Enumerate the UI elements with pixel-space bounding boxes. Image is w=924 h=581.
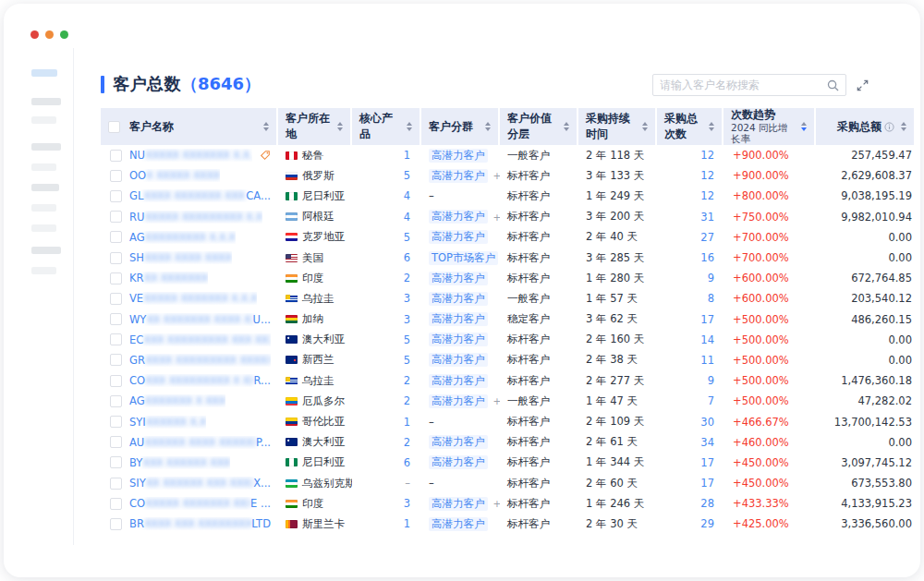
customer-name-link[interactable]: SHXXXX XXXX XXXX: [129, 251, 232, 264]
row-checkbox[interactable]: [110, 375, 122, 387]
column-header-core[interactable]: 核心产品: [352, 108, 421, 145]
customer-name-link[interactable]: ECXXX XXXXXXXXX XXX XXXXXXX: [129, 333, 271, 346]
customer-name-link[interactable]: BRXXXX XXX XXXXXXXX XXLTD: [129, 517, 271, 530]
sidebar-divider: [73, 48, 74, 545]
row-checkbox[interactable]: [110, 211, 122, 223]
customer-name-link[interactable]: KRXX XXXXXXX: [129, 272, 208, 284]
row-checkbox[interactable]: [110, 313, 122, 325]
search-input[interactable]: [660, 79, 827, 91]
sort-caret-icon[interactable]: [642, 122, 648, 131]
segment-link[interactable]: 高潜力客户: [429, 435, 488, 449]
row-checkbox[interactable]: [110, 436, 122, 448]
tag-icon[interactable]: [260, 150, 271, 161]
segment-link[interactable]: 高潜力客户: [429, 169, 488, 183]
minimize-window-icon[interactable]: [45, 30, 54, 39]
sort-caret-icon[interactable]: [564, 122, 569, 131]
row-checkbox[interactable]: [110, 190, 122, 202]
sidebar-item-skeleton[interactable]: [31, 116, 56, 124]
segment-link[interactable]: 高潜力客户: [429, 149, 488, 163]
segment-link[interactable]: 高潜力客户: [429, 333, 488, 346]
customer-name-link[interactable]: COXXXXX XXXXXXX XXXXXE ...: [129, 497, 271, 510]
row-checkbox[interactable]: [110, 252, 122, 264]
segment-link[interactable]: 高潜力客户: [429, 497, 488, 511]
column-header-tier[interactable]: 客户价值分层: [500, 108, 578, 145]
segment-link[interactable]: 高潜力客户: [429, 312, 488, 326]
column-header-location[interactable]: 客户所在地: [278, 108, 352, 145]
row-checkbox[interactable]: [110, 272, 122, 284]
segment-link[interactable]: 高潜力客户: [429, 210, 488, 224]
customer-name-link[interactable]: NUXXXXX XXXXXXX X.X.X: [129, 149, 252, 162]
total-amount-cell: 673,553.80: [816, 473, 914, 493]
customer-name-link[interactable]: AUXXXXXX XXXX XXXXXXXXXP...: [129, 436, 271, 449]
segment-link[interactable]: 高潜力客户: [429, 353, 488, 367]
customer-name-link[interactable]: OOX XXXXX XXXX: [129, 169, 220, 182]
customer-name-link[interactable]: GRXXXX XXXXXXXXX XXXXXXX: [129, 354, 271, 367]
segment-link[interactable]: 高潜力客户: [429, 292, 488, 306]
sidebar-item-skeleton[interactable]: [31, 143, 61, 151]
close-window-icon[interactable]: [30, 30, 39, 39]
column-header-segment[interactable]: 客户分群: [421, 108, 500, 145]
sort-caret-icon[interactable]: [901, 122, 906, 131]
row-checkbox[interactable]: [110, 170, 122, 182]
sort-caret-icon[interactable]: [485, 122, 491, 131]
customer-name-link[interactable]: AGXXXXXXXXX X.X.X: [129, 231, 236, 244]
row-checkbox[interactable]: [110, 293, 122, 305]
maximize-window-icon[interactable]: [60, 30, 68, 39]
row-checkbox[interactable]: [110, 333, 122, 345]
segment-link[interactable]: 高潜力客户: [429, 374, 488, 388]
sidebar-item-skeleton[interactable]: [31, 267, 56, 274]
sort-caret-icon[interactable]: [801, 122, 807, 131]
customer-name-link[interactable]: SYIXXXXXX X.X: [129, 416, 206, 429]
segment-link[interactable]: 高潜力客户: [429, 394, 488, 408]
sidebar-item-skeleton[interactable]: [31, 163, 56, 171]
sort-caret-icon[interactable]: [263, 122, 269, 131]
fullscreen-icon[interactable]: [856, 79, 869, 92]
segment-link[interactable]: 高潜力客户: [429, 272, 488, 285]
segment-link[interactable]: TOP市场客户: [429, 251, 498, 265]
trend-cell: +900.00%: [723, 165, 816, 186]
column-header-amount[interactable]: 采购总额: [816, 108, 914, 145]
column-header-name[interactable]: 客户名称: [101, 108, 278, 145]
sidebar-item-skeleton[interactable]: [31, 204, 56, 212]
row-checkbox[interactable]: [110, 416, 122, 428]
sidebar-item-skeleton[interactable]: [31, 184, 59, 191]
row-checkbox[interactable]: [110, 498, 122, 510]
row-checkbox[interactable]: [110, 478, 122, 490]
trend-value: +800.00%: [733, 189, 789, 202]
sort-caret-icon[interactable]: [407, 122, 412, 131]
segment-link[interactable]: 高潜力客户: [429, 230, 488, 244]
sidebar-item-skeleton[interactable]: [31, 247, 61, 254]
customer-name-link[interactable]: SIYXX XXXXXX XXX XXXXXXX...: [129, 477, 271, 490]
segment-link[interactable]: 高潜力客户: [429, 455, 488, 469]
sort-caret-icon[interactable]: [709, 122, 714, 131]
column-header-count[interactable]: 采购总次数: [657, 108, 723, 145]
core-products-value: 1: [404, 416, 410, 429]
row-checkbox[interactable]: [110, 456, 122, 468]
row-checkbox[interactable]: [110, 150, 122, 162]
row-checkbox[interactable]: [110, 518, 122, 530]
customer-name-link[interactable]: VEXXXXX XXXXXXX X.X.X: [129, 292, 257, 305]
core-products-value: 2: [404, 272, 410, 284]
trend-value: +700.00%: [733, 231, 789, 244]
sidebar-item-skeleton[interactable]: [31, 98, 61, 105]
sidebar-item-skeleton[interactable]: [31, 69, 57, 77]
row-checkbox[interactable]: [110, 231, 122, 243]
customer-name-link[interactable]: COXXX XXXXXXXXX X XXXXR...: [129, 374, 271, 387]
sidebar-item-skeleton[interactable]: [31, 224, 56, 232]
info-icon[interactable]: [884, 122, 894, 132]
customer-search[interactable]: [652, 74, 846, 96]
select-all-checkbox[interactable]: [108, 121, 120, 133]
customer-name-link[interactable]: GLXXXX XXXXXXX XXX XXXXXXCA...: [129, 189, 271, 202]
customer-name-link[interactable]: RUXXXXX XXXXXXXXX X.X: [129, 211, 262, 224]
trend-cell: +450.00%: [723, 473, 816, 493]
segment-link[interactable]: 高潜力客户: [429, 517, 488, 531]
column-header-duration[interactable]: 采购持续时间: [578, 108, 657, 145]
customer-name-link[interactable]: BYXXX XXXXXX XXX: [129, 456, 230, 469]
purchase-count-value: 12: [700, 169, 714, 182]
customer-name-link[interactable]: WYXX XXXXXXX XXXX XXXXU...: [129, 313, 271, 326]
column-header-trend[interactable]: 次数趋势2024 同比增长率: [723, 108, 816, 145]
sort-caret-icon[interactable]: [337, 122, 343, 131]
row-checkbox[interactable]: [110, 395, 122, 407]
row-checkbox[interactable]: [110, 354, 122, 366]
customer-name-link[interactable]: AGXXXXXXX X XXX: [129, 394, 225, 407]
